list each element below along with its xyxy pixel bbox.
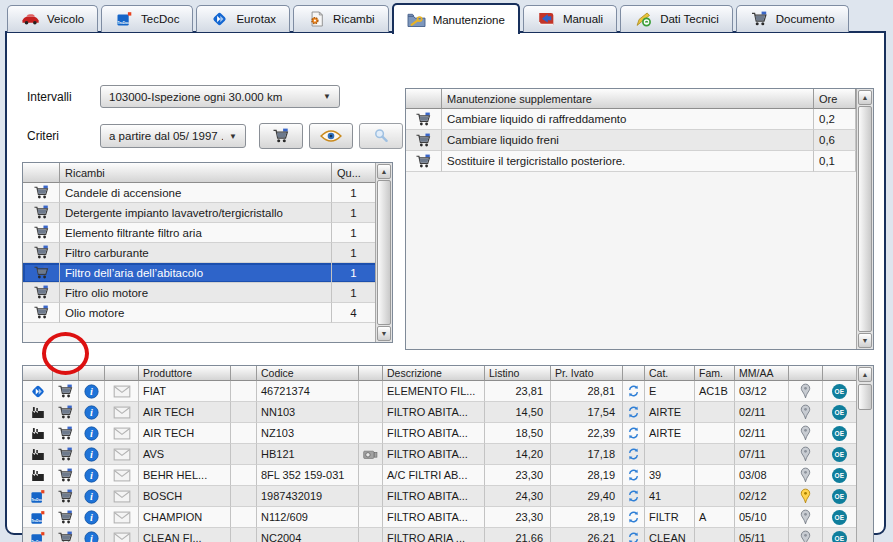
- quantity-column-header: Qu...: [332, 163, 376, 183]
- parts-row-mail-cell[interactable]: [105, 444, 139, 465]
- parts-row-cart-cell[interactable]: [53, 465, 79, 486]
- scroll-down-button[interactable]: ▼: [858, 333, 872, 348]
- parts-scrollbar[interactable]: ▲ ▼: [856, 366, 873, 542]
- parts-row-pin-cell[interactable]: [789, 486, 823, 507]
- parts-row-cart-cell[interactable]: [53, 528, 79, 542]
- parts-row-cart-cell[interactable]: [53, 444, 79, 465]
- tab-manutenzione[interactable]: Manutenzione: [392, 3, 520, 34]
- parts-row-mail-cell[interactable]: [105, 465, 139, 486]
- parts-row-pin-cell[interactable]: [789, 465, 823, 486]
- ricambi-row[interactable]: Fitro olio motore1: [23, 283, 392, 303]
- supplementare-row[interactable]: Cambiare liquido di raffreddamento0,2: [406, 109, 873, 130]
- cart-icon: [33, 305, 50, 320]
- parts-row-pin-cell[interactable]: [789, 423, 823, 444]
- parts-row-info-cell[interactable]: [79, 381, 105, 402]
- scroll-up-button[interactable]: ▲: [858, 90, 872, 105]
- parts-row-oe-cell[interactable]: OE: [823, 423, 857, 444]
- parts-row[interactable]: AIR TECHNN103FILTRO ABITA...14,5017,54AI…: [23, 402, 873, 423]
- parts-row-info-cell[interactable]: [79, 528, 105, 542]
- parts-row-info-cell[interactable]: [79, 465, 105, 486]
- parts-row-oe-cell[interactable]: OE: [823, 402, 857, 423]
- supplementare-row[interactable]: Cambiare liquido freni0,6: [406, 130, 873, 151]
- scroll-down-button[interactable]: ▼: [377, 326, 391, 341]
- tab-veicolo[interactable]: Veicolo: [7, 5, 98, 32]
- parts-row-pin-cell[interactable]: [789, 381, 823, 402]
- parts-row[interactable]: CLEAN FI...NC2004FILTRO ARIA ...21,6626,…: [23, 528, 873, 542]
- parts-row-mail-cell[interactable]: [105, 507, 139, 528]
- tab-dati-tecnici[interactable]: Dati Tecnici: [620, 5, 733, 32]
- parts-row-mail-cell[interactable]: [105, 528, 139, 542]
- parts-row-camera-cell: [359, 528, 383, 542]
- add-to-cart-button[interactable]: [259, 123, 303, 149]
- scroll-thumb[interactable]: [377, 180, 391, 325]
- tab-tecdoc[interactable]: TecDoc: [101, 5, 193, 32]
- scroll-up-button[interactable]: ▲: [377, 164, 391, 179]
- parts-row-fam: AC1B: [695, 381, 735, 402]
- parts-row-info-cell[interactable]: [79, 507, 105, 528]
- parts-row-refresh-cell[interactable]: [623, 402, 645, 423]
- parts-row[interactable]: FIAT46721374ELEMENTO FIL...23,8128,81EAC…: [23, 381, 873, 402]
- parts-row-info-cell[interactable]: [79, 423, 105, 444]
- tab-manuali[interactable]: Manuali: [523, 5, 617, 32]
- parts-row-oe-cell[interactable]: OE: [823, 465, 857, 486]
- view-button[interactable]: [309, 123, 353, 149]
- parts-row-oe-cell[interactable]: OE: [823, 444, 857, 465]
- parts-row-oe-cell[interactable]: OE: [823, 528, 857, 542]
- tab-documento[interactable]: Documento: [736, 5, 849, 32]
- ricambi-row[interactable]: Filtro carburante1: [23, 243, 392, 263]
- tab-ricambi[interactable]: Ricambi: [293, 5, 389, 32]
- supplementare-scrollbar[interactable]: ▲ ▼: [856, 89, 873, 349]
- parts-row-refresh-cell[interactable]: [623, 507, 645, 528]
- supplementare-row-cart-cell: [406, 130, 442, 151]
- parts-row-oe-cell[interactable]: OE: [823, 507, 857, 528]
- parts-row-cart-cell[interactable]: [53, 402, 79, 423]
- parts-row-info-cell[interactable]: [79, 444, 105, 465]
- parts-row-pin-cell[interactable]: [789, 528, 823, 542]
- parts-row-oe-cell[interactable]: OE: [823, 381, 857, 402]
- parts-row[interactable]: AIR TECHNZ103FILTRO ABITA...18,5022,39AI…: [23, 423, 873, 444]
- parts-row-mail-cell[interactable]: [105, 381, 139, 402]
- parts-row-oe-cell[interactable]: OE: [823, 486, 857, 507]
- ricambi-row[interactable]: Olio motore4: [23, 303, 392, 323]
- parts-row-cart-cell[interactable]: [53, 423, 79, 444]
- parts-row-refresh-cell[interactable]: [623, 486, 645, 507]
- cart-icon: [57, 489, 74, 504]
- parts-row-pin-cell[interactable]: [789, 507, 823, 528]
- parts-row-produttore: CHAMPION: [139, 507, 231, 528]
- ricambi-row[interactable]: Candele di accensione1: [23, 183, 392, 203]
- ricambi-row[interactable]: Elemento filtrante filtro aria1: [23, 223, 392, 243]
- parts-row[interactable]: CHAMPIONN112/609FILTRO ABITA...23,3028,1…: [23, 507, 873, 528]
- parts-row-info-cell[interactable]: [79, 402, 105, 423]
- parts-row-refresh-cell[interactable]: [623, 465, 645, 486]
- parts-row-mail-cell[interactable]: [105, 423, 139, 444]
- parts-row-mail-cell[interactable]: [105, 402, 139, 423]
- parts-row[interactable]: BOSCH1987432019FILTRO ABITA...24,3029,40…: [23, 486, 873, 507]
- parts-row-refresh-cell[interactable]: [623, 381, 645, 402]
- ricambi-row[interactable]: Detergente impianto lavavetro/tergicrist…: [23, 203, 392, 223]
- parts-row-info-cell[interactable]: [79, 486, 105, 507]
- scroll-thumb[interactable]: [858, 106, 872, 332]
- parts-row-pin-cell[interactable]: [789, 444, 823, 465]
- parts-row-cart-cell[interactable]: [53, 507, 79, 528]
- criteri-select[interactable]: a partire dal 05/ 1997 ... ▼: [100, 124, 246, 148]
- parts-row-mail-cell[interactable]: [105, 486, 139, 507]
- intervalli-select[interactable]: 103000-Ispezione ogni 30.000 km ▼: [100, 85, 340, 108]
- criteri-select-value: a partire dal 05/ 1997 ...: [109, 130, 223, 142]
- ricambi-scrollbar[interactable]: ▲ ▼: [375, 163, 392, 342]
- ricambi-row[interactable]: Filtro dell’aria dell’abitacolo1: [23, 263, 392, 283]
- scroll-thumb[interactable]: [858, 384, 872, 410]
- scroll-up-button[interactable]: ▲: [858, 367, 872, 382]
- parts-row-refresh-cell[interactable]: [623, 528, 645, 542]
- supplementare-row[interactable]: Sostituire il tergicristallo posteriore.…: [406, 151, 873, 172]
- parts-row-pin-cell[interactable]: [789, 402, 823, 423]
- tab-label: TecDoc: [141, 13, 179, 25]
- search-button[interactable]: [359, 123, 403, 149]
- parts-row-refresh-cell[interactable]: [623, 444, 645, 465]
- tab-eurotax[interactable]: Eurotax: [196, 5, 290, 32]
- parts-row-refresh-cell[interactable]: [623, 423, 645, 444]
- parts-row-cart-cell[interactable]: [53, 486, 79, 507]
- parts-row-camera-cell[interactable]: [359, 444, 383, 465]
- parts-row[interactable]: BEHR HEL...8FL 352 159-031A/C FILTRI AB.…: [23, 465, 873, 486]
- parts-row[interactable]: AVSHB121FILTRO ABITA...14,2017,1807/11OE: [23, 444, 873, 465]
- parts-row-cart-cell[interactable]: [53, 381, 79, 402]
